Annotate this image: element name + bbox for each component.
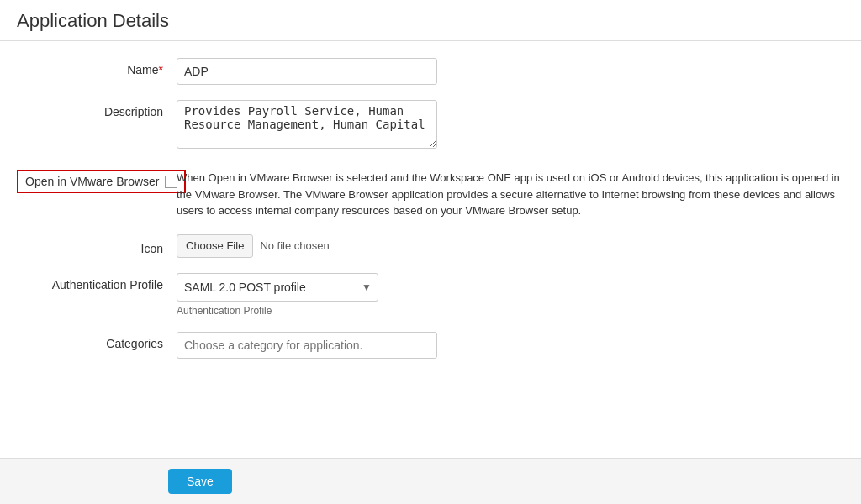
vmware-browser-label-container: Open in VMware Browser [17, 166, 177, 193]
categories-label: Categories [17, 332, 177, 350]
categories-input[interactable] [177, 332, 437, 359]
name-row: Name* [17, 58, 844, 85]
description-field-container: Provides Payroll Service, Human Resource… [177, 100, 844, 151]
no-file-text: No file chosen [260, 239, 329, 252]
auth-profile-select[interactable]: SAML 2.0 POST profile SAML 2.0 Redirect … [177, 273, 378, 302]
auth-profile-label: Authentication Profile [17, 273, 177, 291]
name-input[interactable] [177, 58, 437, 85]
name-label: Name* [17, 58, 177, 76]
auth-profile-row: Authentication Profile SAML 2.0 POST pro… [17, 273, 844, 317]
save-button[interactable]: Save [168, 469, 232, 494]
vmware-browser-checkbox[interactable] [165, 176, 177, 188]
description-row: Description Provides Payroll Service, Hu… [17, 100, 844, 151]
form-area: Name* Description Provides Payroll Servi… [0, 41, 861, 391]
page-container: Application Details Name* Description Pr… [0, 0, 861, 504]
icon-row: Icon Choose File No file chosen [17, 234, 844, 258]
choose-file-button[interactable]: Choose File [177, 234, 253, 258]
auth-profile-hint: Authentication Profile [177, 305, 844, 317]
auth-profile-select-wrapper: SAML 2.0 POST profile SAML 2.0 Redirect … [177, 273, 378, 302]
categories-row: Categories [17, 332, 844, 359]
categories-field-container [177, 332, 844, 359]
auth-profile-field-container: SAML 2.0 POST profile SAML 2.0 Redirect … [177, 273, 844, 317]
vmware-browser-info: When Open in VMware Browser is selected … [177, 166, 844, 219]
icon-field-container: Choose File No file chosen [177, 234, 844, 258]
name-field-container [177, 58, 844, 85]
vmware-browser-label: Open in VMware Browser [25, 175, 160, 188]
icon-label: Icon [17, 237, 177, 255]
footer-bar: Save [0, 458, 861, 504]
page-title: Application Details [17, 10, 844, 32]
description-label: Description [17, 100, 177, 118]
main-content: Application Details Name* Description Pr… [0, 0, 861, 458]
page-header: Application Details [0, 0, 861, 41]
description-input[interactable]: Provides Payroll Service, Human Resource… [177, 100, 437, 149]
vmware-browser-row: Open in VMware Browser When Open in VMwa… [17, 166, 844, 219]
vmware-browser-label-box: Open in VMware Browser [17, 170, 186, 193]
